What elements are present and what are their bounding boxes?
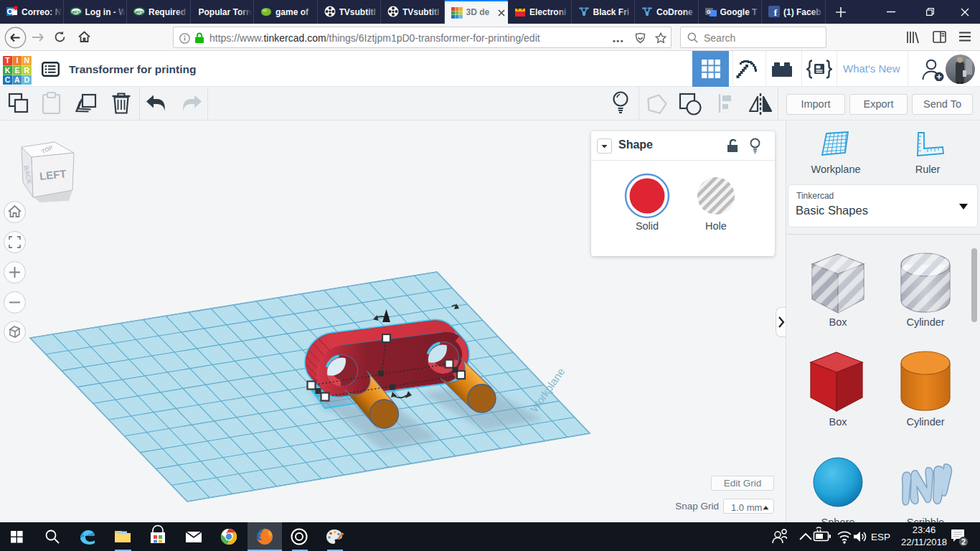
svg-text:D: D [24, 75, 30, 84]
svg-text:f: f [774, 7, 778, 17]
svg-text:WES: WES [72, 10, 80, 14]
svg-text:N: N [24, 56, 30, 65]
svg-text:I: I [16, 56, 18, 65]
svg-text:T: T [5, 56, 10, 65]
svg-text:E: E [14, 66, 19, 75]
svg-text:K: K [5, 66, 11, 75]
svg-text:C: C [5, 75, 11, 84]
svg-text:2: 2 [961, 537, 966, 546]
svg-text:G: G [707, 9, 711, 14]
svg-text:R: R [24, 66, 30, 75]
svg-text:A: A [14, 75, 20, 84]
svg-text:WES: WES [135, 10, 143, 14]
